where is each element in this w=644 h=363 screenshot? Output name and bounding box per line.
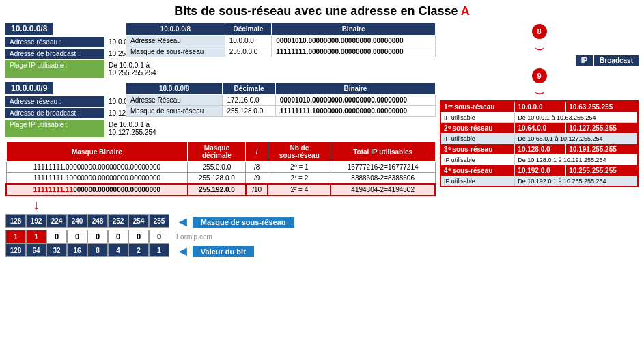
s9r0-binary: 00001010.00000000.00000000.00000000 [275,95,435,106]
big-r0-total: 16777216-2=16777214 [331,162,435,173]
section8-th2: Binaire [272,23,436,36]
brace8: ⌣ [440,42,639,54]
subnet3-usable-range: De 10.128.0.1 à 10.191.255.254 [515,155,638,165]
section8-broadcast-row: Adresse de broadcast : 10.255.255.255 [5,49,122,59]
s8r1-decimal: 255.0.0.0 [225,46,271,57]
bit-val-3: 0 [67,230,87,243]
big-th2: / [246,142,268,162]
s9r1-label: Masque de sous-réseau [126,106,223,117]
left-panel: 10.0.0.0/8 Adresse réseau : 10.0.0.0 Adr… [5,23,436,259]
subnet3-header: 3ᵉ sous-réseau 10.128.0.0 10.191.255.255 [440,144,638,155]
arrow-left-masque-icon: ◄ [176,214,190,230]
section8-table-wrapper: 10.0.0.0/8 Décimale Binaire Adresse Rése… [126,23,436,79]
bit-top-0: 128 [5,214,26,228]
big-r1-slash: /9 [246,173,268,185]
table-row: 11111111.00000000.00000000.00000000 255.… [6,162,435,173]
section9-broadcast-row: Adresse de broadcast : 10.127.255.255 [5,108,122,118]
subnet4-ip: 10.192.0.0 [515,165,566,176]
subnet-table: 1ᵉʳ sous-réseau 10.0.0.0 10.63.255.255 I… [440,100,639,187]
big-r1-dec: 255.128.0.0 [188,173,246,185]
bit-bot-3: 16 [67,243,87,257]
arrow-masque-wrapper: ◄ Masque de sous-réseau [169,214,436,230]
bit-val-0: 1 [5,230,26,243]
subnet4-usable: IP utilisable De 10.192.0.1 à 10.255.255… [440,176,638,187]
big-table: Masque Binaire Masquedécimale / Nb desou… [5,142,436,196]
bit-bot-6: 2 [128,243,149,257]
bit-top-6: 254 [128,214,149,228]
arrow-valeur-wrapper: ◄ Valeur du bit [169,243,436,259]
title-text: Bits de sous-réseau avec une adresse en … [174,4,461,18]
subnet4-usable-label: IP utilisable [440,176,515,187]
bit-top-4: 248 [87,214,108,228]
broadcast-header: Broadcast [594,55,639,66]
subnet1-ip: 10.0.0.0 [515,101,566,113]
bit-top-1: 192 [26,214,46,228]
s8r1-label: Masque de sous-réseau [126,46,225,57]
section9-th1: Décimale [223,83,275,95]
bit-bot-1: 64 [26,243,46,257]
badge9: 9 [532,68,547,83]
bit-top-3: 240 [67,214,87,228]
table-row-highlighted: 11111111.11000000.00000000.00000000 255.… [6,184,435,196]
bit-diagram: 128 192 224 240 248 252 254 255 ◄ Masque… [5,214,436,259]
section9-info: 10.0.0.0/9 Adresse réseau : 10.0.0.0 Adr… [5,82,122,139]
s8r0-label: Adresse Réseau [126,36,225,46]
big-r0-dec: 255.0.0.0 [188,162,246,173]
subnet3-ip: 10.128.0.0 [515,144,566,155]
bit-val-2: 0 [46,230,67,243]
subnet2-ip: 10.64.0.0 [515,123,566,134]
subnet1-header: 1ᵉʳ sous-réseau 10.0.0.0 10.63.255.255 [440,101,638,113]
subnet1-usable: IP utilisable De 10.0.0.1 à 10.63.255.25… [440,113,638,123]
subnet2-bc: 10.127.255.255 [566,123,638,134]
table-row: 11111111.10000000.00000000.00000000 255.… [6,173,435,185]
badge8: 8 [532,24,547,39]
subnet4-header: 4ᵉ sous-réseau 10.192.0.0 10.255.255.255 [440,165,638,176]
big-r0-slash: /8 [246,162,268,173]
section9-table-wrapper: 10.0.0.0/8 Décimale Binaire Adresse Rése… [126,82,436,139]
bit-top-7: 255 [149,214,169,228]
subnet1-name: 1ᵉʳ sous-réseau [440,101,515,113]
bit-bottom-labels: 128 64 32 16 8 4 2 1 ◄ Valeur du bit [5,243,436,259]
page-container: Bits de sous-réseau avec une adresse en … [0,0,644,263]
big-r2-bin: 11111111.11000000.00000000.00000000 [6,184,188,196]
title-letter: A [461,4,470,18]
subnet4-bc: 10.255.255.255 [566,165,638,176]
section8-reseau-label: Adresse réseau : [5,37,104,47]
page-title: Bits de sous-réseau avec une adresse en … [5,4,639,18]
subnet1-bc: 10.63.255.255 [566,101,638,113]
subnet1-usable-label: IP utilisable [440,113,515,123]
section8-plage-label: Plage IP utilisable : [5,60,104,78]
section8-th1: Décimale [225,23,271,36]
bit-top-2: 224 [46,214,67,228]
big-r1-nb: 2¹ = 2 [268,173,331,185]
bit-val-5: 0 [108,230,128,243]
bit-bot-7: 1 [149,243,169,257]
subnet3-usable-label: IP utilisable [440,155,515,165]
content-wrapper: 10.0.0.0/8 Adresse réseau : 10.0.0.0 Adr… [5,23,639,259]
section9-cidr: 10.0.0.0/9 [5,82,53,94]
s8r0-decimal: 10.0.0.0 [225,36,271,46]
bit-bot-4: 8 [87,243,108,257]
big-r2-nb: 2² = 4 [268,184,331,196]
bit-top-labels: 128 192 224 240 248 252 254 255 ◄ Masque… [5,214,436,230]
arrow-down-wrapper: ↓ [5,198,436,211]
big-r2-slash: /10 [246,184,268,196]
section8-wrapper: 10.0.0.0/8 Adresse réseau : 10.0.0.0 Adr… [5,23,436,79]
badge8-wrapper: 8 [440,23,639,40]
section9-th2: Binaire [275,83,435,95]
section9-wrapper: 10.0.0.0/9 Adresse réseau : 10.0.0.0 Adr… [5,82,436,139]
subnet2-usable: IP utilisable De 10.65.0.1 à 10.127.255.… [440,134,638,144]
big-th3: Nb desous-réseau [268,142,331,162]
big-th0: Masque Binaire [6,142,188,162]
bit-val-7: 0 [149,230,169,243]
subnet3-usable: IP utilisable De 10.128.0.1 à 10.191.255… [440,155,638,165]
section9-th0: 10.0.0.0/8 [126,83,223,95]
big-r1-bin: 11111111.10000000.00000000.00000000 [6,173,188,185]
section8-detail-table: 10.0.0.0/8 Décimale Binaire Adresse Rése… [126,23,436,57]
subnet3-name: 3ᵉ sous-réseau [440,144,515,155]
bit-bot-0: 128 [5,243,26,257]
arrow-down-icon: ↓ [33,198,40,211]
s9r1-decimal: 255.128.0.0 [223,106,275,117]
big-r1-total: 8388608-2=8388606 [331,173,435,185]
section9-reseau-label: Adresse réseau : [5,96,104,107]
